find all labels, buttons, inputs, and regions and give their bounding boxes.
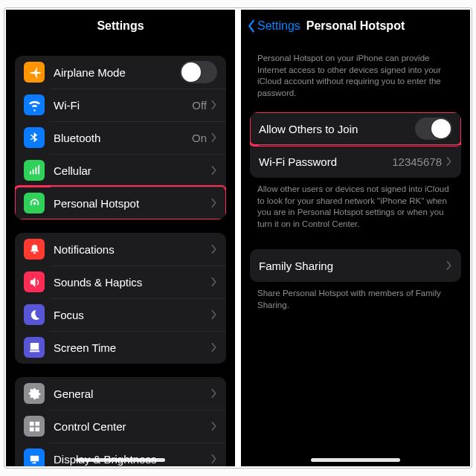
row-label: Family Sharing [259,260,446,272]
note-allow-others: Allow other users or devices not signed … [241,178,470,230]
row-label: General [54,387,211,400]
settings-row[interactable]: Wi-Fi Password12345678 [250,145,461,178]
settings-group: NotificationsSounds & HapticsFocusScreen… [15,233,226,364]
settings-row[interactable]: Family Sharing [250,249,461,282]
chevron-right-icon [211,133,217,142]
settings-row[interactable]: Sounds & Haptics [15,266,226,298]
settings-row[interactable]: Notifications [15,233,226,266]
chevron-right-icon [211,245,217,254]
hotspot-content[interactable]: Personal Hotspot on your iPhone can prov… [241,42,470,466]
page-title: Personal Hotspot [306,19,405,33]
sounds-icon [24,271,45,292]
chevron-right-icon [211,422,217,431]
personal-hotspot-screen: Settings Personal Hotspot Personal Hotsp… [241,10,470,466]
row-label: Screen Time [54,341,211,354]
settings-row[interactable]: Control Center [15,410,226,443]
screentime-icon [24,337,45,358]
settings-group: GeneralControl CenterDisplay & Brightnes… [15,377,226,466]
toggle-switch[interactable] [415,118,452,140]
home-indicator[interactable] [311,458,400,462]
note-family-sharing: Share Personal Hotspot with members of F… [241,282,470,311]
settings-group: Family Sharing [250,249,461,282]
chevron-right-icon [446,261,452,270]
settings-row[interactable]: Allow Others to Join [250,112,461,145]
row-detail: Off [192,99,207,112]
settings-row[interactable]: General [15,377,226,410]
settings-row[interactable]: Display & Brightness [15,443,226,466]
toggle-switch[interactable] [180,61,217,83]
row-label: Notifications [54,243,211,256]
nav-header: Settings [6,10,235,42]
nav-header: Settings Personal Hotspot [241,10,470,42]
settings-row[interactable]: BluetoothOn [15,121,226,154]
settings-group: Airplane ModeWi-FiOffBluetoothOnCellular… [15,56,226,219]
chevron-right-icon [446,157,452,166]
settings-list[interactable]: Airplane ModeWi-FiOffBluetoothOnCellular… [6,42,235,466]
row-label: Control Center [54,420,211,433]
row-detail: 12345678 [392,155,442,168]
settings-group: Allow Others to JoinWi-Fi Password123456… [250,112,461,178]
row-label: Personal Hotspot [54,197,211,210]
hotspot-icon [24,193,45,213]
home-indicator[interactable] [76,458,165,462]
row-detail: On [192,132,207,144]
chevron-right-icon [211,100,217,109]
chevron-right-icon [211,166,217,175]
chevron-right-icon [211,389,217,398]
controlcenter-icon [24,416,45,437]
page-title: Settings [97,19,144,33]
row-label: Airplane Mode [54,66,180,79]
intro-text: Personal Hotspot on your iPhone can prov… [241,42,470,99]
notifications-icon [24,239,45,260]
wifi-icon [24,94,45,115]
settings-row[interactable]: Wi-FiOff [15,89,226,121]
row-label: Focus [54,309,211,321]
settings-row[interactable]: Personal Hotspot [15,187,226,219]
chevron-right-icon [211,310,217,319]
chevron-right-icon [211,199,217,208]
settings-row[interactable]: Screen Time [15,331,226,364]
bluetooth-icon [24,127,45,148]
chevron-right-icon [211,277,217,286]
back-button[interactable]: Settings [247,10,300,42]
general-icon [24,383,45,404]
cellular-icon [24,160,45,181]
row-label: Wi-Fi [54,99,192,112]
back-label: Settings [257,19,300,33]
airplane-icon [24,62,45,83]
focus-icon [24,304,45,325]
settings-row[interactable]: Airplane Mode [15,56,226,89]
chevron-left-icon [247,19,256,33]
row-label: Sounds & Haptics [54,276,211,289]
settings-row[interactable]: Focus [15,298,226,331]
display-icon [24,448,45,466]
row-label: Cellular [54,164,211,177]
row-label: Bluetooth [54,132,192,144]
settings-row[interactable]: Cellular [15,154,226,187]
row-label: Wi-Fi Password [259,155,392,168]
settings-screen: Settings Airplane ModeWi-FiOffBluetoothO… [6,10,235,466]
chevron-right-icon [211,343,217,352]
chevron-right-icon [211,454,217,463]
row-label: Allow Others to Join [259,123,415,135]
